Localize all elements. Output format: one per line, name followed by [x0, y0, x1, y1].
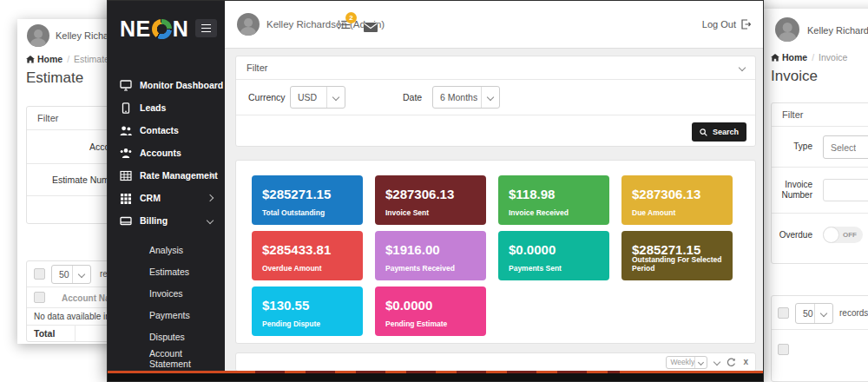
logo-text-pre: NE: [120, 16, 151, 42]
records-per-page-label: records per page: [839, 308, 868, 318]
avatar[interactable]: [237, 13, 260, 36]
notification-badge: 2: [345, 12, 357, 23]
monitor-icon: [120, 80, 132, 91]
type-label: Type: [772, 142, 812, 151]
invoice-number-input[interactable]: [823, 179, 868, 201]
invoice-number-label: Invoice Number: [772, 180, 812, 201]
stats-summary-card: $285271.15Total Outstanding $287306.13In…: [235, 160, 756, 344]
breadcrumb: Home / Estimate: [26, 54, 109, 64]
type-select[interactable]: Select: [823, 135, 868, 159]
total-label: Total: [34, 328, 55, 339]
sidebar-subitem-estimates[interactable]: Estimates: [108, 260, 225, 282]
breadcrumb-current: Estimate: [74, 54, 109, 64]
search-icon: [700, 128, 707, 136]
stat-pending-dispute[interactable]: $130.55Pending Dispute: [252, 286, 363, 336]
sidebar-subitem-account-statement[interactable]: Account Statement: [108, 347, 225, 369]
select-all-checkbox[interactable]: [34, 268, 45, 280]
grid-icon: [120, 193, 132, 204]
messages-button[interactable]: [364, 20, 378, 36]
chevron-down-icon: [326, 87, 345, 108]
chevron-down-icon: [481, 87, 499, 108]
sidebar-subitem-disputes[interactable]: Disputes: [108, 326, 225, 347]
close-widget-icon[interactable]: x: [743, 358, 748, 366]
stat-invoice-sent[interactable]: $287306.13Invoice Sent: [375, 175, 486, 225]
toggle-knob: [823, 227, 839, 243]
filter-header[interactable]: Filter: [772, 103, 868, 127]
invoice-number-filter-row: Invoice Number: [772, 168, 868, 214]
breadcrumb-home-link[interactable]: Home: [26, 54, 62, 64]
chevron-down-icon: [72, 266, 90, 283]
chevron-down-icon: [739, 64, 746, 71]
sidebar-item-accounts[interactable]: Accounts: [108, 142, 225, 164]
sidebar-subitem-analysis[interactable]: Analysis: [108, 239, 225, 260]
screen: Kelley Richardson (Admin) Home / Estimat…: [0, 0, 868, 382]
stat-invoice-received[interactable]: $118.98Invoice Received: [498, 175, 609, 225]
collapse-widget-icon[interactable]: [713, 359, 720, 366]
stat-payments-sent[interactable]: $0.0000Payments Sent: [498, 231, 609, 280]
overdue-label: Overdue: [772, 230, 812, 240]
header-checkbox[interactable]: [34, 292, 45, 303]
notifications-button[interactable]: 2: [338, 18, 351, 34]
select-all-checkbox[interactable]: [778, 307, 789, 319]
sidebar-item-billing[interactable]: Billing: [108, 209, 225, 232]
sidebar-subitem-invoices[interactable]: Invoices: [108, 282, 225, 304]
column-divider: [75, 326, 76, 342]
dashboard-panel: NEN Monitor Dashboard Leads Contacts: [107, 0, 764, 382]
filter-controls: Currency USD Date 6 Months: [236, 80, 755, 115]
sidebar-item-contacts[interactable]: Contacts: [108, 119, 225, 142]
filter-header[interactable]: Filter: [236, 56, 755, 80]
page-size-select[interactable]: 50: [795, 303, 833, 324]
chart-widget-header: Weekly x: [235, 352, 756, 372]
stat-pending-estimate[interactable]: $0.0000Pending Estimate: [375, 286, 486, 336]
chart-cutoff-strip: [108, 371, 763, 381]
period-select[interactable]: Weekly: [666, 356, 707, 369]
sidebar-menu: Monitor Dashboard Leads Contacts Account…: [108, 74, 225, 382]
stat-outstanding-selected-period[interactable]: $285271.15Outstanding For Selected Perio…: [621, 231, 733, 280]
table-controls-row: 50 records per page: [772, 296, 868, 330]
breadcrumb-home-link[interactable]: Home: [771, 52, 807, 63]
refresh-icon[interactable]: [727, 358, 736, 367]
main-content: Kelley Richardson (Admin) 2 Log Out Filt…: [225, 1, 763, 381]
home-icon: [26, 56, 35, 63]
chevron-down-icon: [814, 304, 832, 323]
home-icon: [771, 54, 779, 62]
chevron-down-icon: [207, 217, 214, 224]
breadcrumb-current: Invoice: [819, 52, 847, 63]
table-header-row: [772, 330, 868, 382]
sidebar-subitem-payments[interactable]: Payments: [108, 304, 225, 326]
sidebar-item-leads[interactable]: Leads: [108, 96, 225, 119]
logo-donut-icon: [152, 19, 172, 39]
chevron-right-icon: [207, 194, 214, 201]
sidebar-item-monitor-dashboard[interactable]: Monitor Dashboard: [108, 74, 225, 96]
avatar[interactable]: [27, 24, 49, 47]
page-title: Invoice: [771, 68, 818, 85]
stat-payments-received[interactable]: $1916.00Payments Received: [375, 231, 486, 280]
chevron-down-icon: [694, 357, 707, 368]
group-icon: [120, 148, 132, 159]
sidebar-item-rate-management[interactable]: Rate Management: [108, 164, 225, 187]
stat-due-amount[interactable]: $287306.13Due Amount: [621, 175, 733, 225]
overdue-toggle[interactable]: OFF: [823, 227, 863, 243]
sidebar-item-crm[interactable]: CRM: [108, 187, 225, 209]
date-range-select[interactable]: 6 Months: [432, 86, 500, 109]
stat-overdue-amount[interactable]: $285433.81Overdue Amount: [252, 231, 363, 280]
page-size-select[interactable]: 50: [51, 265, 91, 284]
invoice-table-card: 50 records per page: [771, 295, 868, 382]
user-name: Kelley Richardson (Admin): [807, 25, 868, 36]
logo-text-post: N: [173, 16, 189, 42]
tablet-icon: [120, 102, 132, 114]
overdue-filter-row: Overdue OFF: [772, 214, 868, 255]
invoice-filter-card: Filter Type Select Invoice Number Overdu…: [771, 102, 868, 264]
toggle-state: OFF: [843, 231, 857, 239]
search-button[interactable]: Search: [692, 122, 746, 142]
currency-select[interactable]: USD: [290, 86, 345, 109]
chart-bars-edge: [255, 371, 620, 373]
header-checkbox[interactable]: [778, 344, 789, 355]
menu-toggle-button[interactable]: [195, 19, 217, 37]
top-header: Kelley Richardson (Admin) 2 Log Out: [225, 1, 763, 49]
avatar[interactable]: [775, 17, 799, 42]
logout-button[interactable]: Log Out: [702, 19, 751, 30]
stat-total-outstanding[interactable]: $285271.15Total Outstanding: [252, 175, 363, 225]
sidebar: NEN Monitor Dashboard Leads Contacts: [108, 1, 225, 381]
table-icon: [120, 170, 132, 181]
